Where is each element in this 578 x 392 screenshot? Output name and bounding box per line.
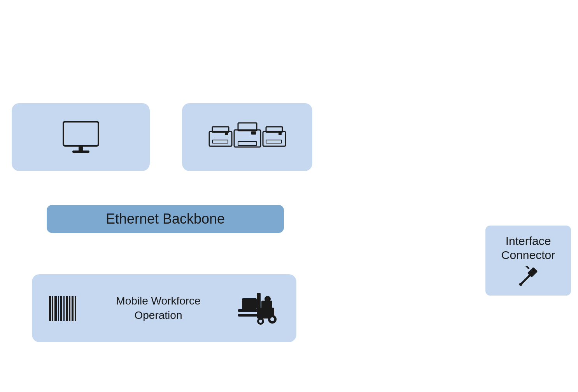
svg-rect-5 <box>212 140 228 143</box>
monitor-card[interactable] <box>12 103 150 171</box>
forklift-icon <box>238 289 281 328</box>
svg-rect-13 <box>266 140 282 143</box>
svg-point-38 <box>259 320 262 323</box>
svg-rect-11 <box>263 131 285 146</box>
mobile-workforce-card[interactable]: Mobile Workforce Operation <box>32 274 296 342</box>
svg-rect-23 <box>60 296 62 321</box>
svg-rect-10 <box>251 131 256 135</box>
svg-rect-9 <box>238 142 257 145</box>
interface-connector-card[interactable]: Interface Connector <box>485 226 571 296</box>
mobile-workforce-label: Mobile Workforce Operation <box>116 294 200 322</box>
svg-rect-30 <box>238 314 257 317</box>
plug-icon <box>518 266 539 287</box>
svg-rect-2 <box>72 150 89 153</box>
barcode-icon <box>47 293 79 324</box>
ethernet-backbone-bar[interactable]: Ethernet Backbone <box>47 205 284 233</box>
svg-point-39 <box>264 296 271 302</box>
svg-rect-29 <box>238 309 257 312</box>
svg-rect-24 <box>63 296 65 321</box>
svg-rect-28 <box>75 296 76 321</box>
svg-rect-22 <box>58 296 59 321</box>
monitor-icon <box>61 120 100 155</box>
svg-point-18 <box>519 283 522 286</box>
svg-rect-34 <box>242 298 257 309</box>
svg-rect-14 <box>278 133 282 135</box>
svg-rect-26 <box>69 296 70 321</box>
ethernet-backbone-label: Ethernet Backbone <box>106 211 225 227</box>
svg-rect-25 <box>66 296 68 321</box>
svg-rect-6 <box>225 133 228 135</box>
svg-rect-0 <box>63 122 98 146</box>
svg-rect-1 <box>79 146 83 150</box>
interface-connector-label: Interface Connector <box>501 234 555 262</box>
svg-rect-27 <box>72 296 74 321</box>
diagram-canvas: Ethernet Backbone Interface Connector <box>0 0 578 392</box>
svg-rect-20 <box>52 296 53 321</box>
svg-point-36 <box>270 317 274 321</box>
svg-rect-21 <box>54 296 57 321</box>
svg-rect-19 <box>49 296 51 321</box>
svg-rect-3 <box>209 131 232 146</box>
printers-card[interactable] <box>182 103 312 171</box>
printers-icon <box>208 120 286 155</box>
svg-line-16 <box>526 266 529 268</box>
